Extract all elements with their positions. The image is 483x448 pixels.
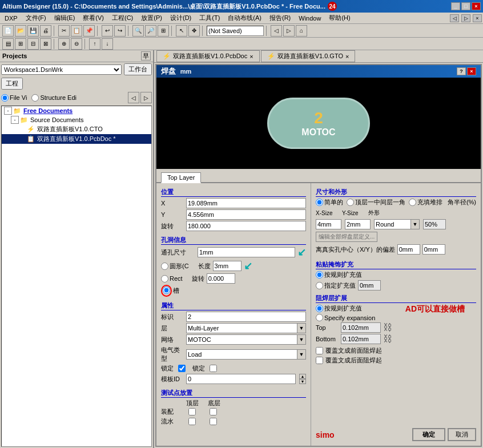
toolbar-close-icon[interactable]: × [473,14,482,22]
back-btn[interactable]: ◁ [271,25,282,37]
radio-rect[interactable]: Rect [161,273,183,284]
designator-input[interactable] [186,312,306,322]
cut-btn[interactable]: ✂ [58,25,70,37]
length-input[interactable] [213,261,242,271]
sidebar-btn2[interactable]: ▷ [140,92,152,103]
menu-design[interactable]: 设计(D) [167,13,195,23]
forward-btn[interactable]: ▷ [283,25,295,37]
board-id-down[interactable]: ▼ [299,379,306,384]
radio-slot[interactable]: 槽 [161,285,306,297]
menu-tools[interactable]: 工具(T) [196,13,223,23]
link-top-icon[interactable]: ⛓ [383,322,392,333]
fabrication-top-checkbox[interactable] [188,418,196,425]
top-layer-tab[interactable]: Top Layer [161,172,201,183]
soldermask-radio-specify[interactable]: Specify expansion [316,314,476,321]
project-button[interactable]: 工程 [1,78,23,90]
drill-size-input[interactable] [198,247,295,257]
shape-input[interactable] [374,219,410,229]
menu-view[interactable]: 察看(V) [79,13,107,23]
x-input[interactable] [186,198,306,208]
tb2-btn1[interactable]: ▤ [2,38,14,50]
toolbar-minimize-icon[interactable]: ◁ [450,14,459,22]
close-button[interactable]: × [472,2,481,10]
radio-top-mid[interactable]: 顶层一中间层一角 [347,198,405,207]
doc-tab-1[interactable]: ⚡ 双路直插新板V1.0.PcbDoc × [156,50,260,62]
tree-free-docs[interactable]: - 📁 Free Documents [2,106,151,115]
link-bottom-icon[interactable]: ⛓ [383,334,392,344]
tree-file1[interactable]: ⚡ 双路直插新板V1.0.CTO [2,124,151,134]
toolbar-maximize-icon[interactable]: ▷ [461,14,470,22]
layer-input[interactable] [186,323,297,333]
minimize-button[interactable]: _ [451,2,460,10]
tb2-btn3[interactable]: ⊟ [27,38,39,50]
y-size-input[interactable] [345,219,371,229]
menu-place[interactable]: 放置(P) [138,13,166,23]
edit-all-pads-button[interactable]: 编辑全部焊盘层定义... [316,232,377,242]
menu-dxp[interactable]: DXP [1,14,21,22]
tb2-btn6[interactable]: ⊖ [71,38,82,50]
fabrication-bottom-checkbox[interactable] [210,418,217,425]
tb2-btn2[interactable]: ⊞ [15,38,26,50]
copy-btn[interactable]: 📋 [71,25,82,37]
board-id-input[interactable] [186,374,296,384]
paste-radio-specify[interactable]: 指定扩充值 [316,281,356,290]
maximize-button[interactable]: □ [461,2,470,10]
workbench-button[interactable]: 工作台 [124,63,152,75]
tb2-btn5[interactable]: ⊕ [58,38,70,50]
paste-value-input[interactable] [358,280,381,290]
angle-input[interactable] [423,219,446,229]
paste-btn[interactable]: 📌 [83,25,95,37]
radio-fill-stack[interactable]: 充填堆排 [409,198,442,207]
assembly-bottom-checkbox[interactable] [210,408,217,415]
y-input[interactable] [186,209,306,220]
menu-autoroute[interactable]: 自动布线(A) [224,13,265,23]
radio-circle[interactable]: 圆形(C [161,260,189,272]
file-view-tab[interactable]: File Vi [1,94,27,102]
net-dropdown-btn[interactable]: ▼ [297,334,306,345]
tab1-close[interactable]: × [249,53,253,60]
radio-simple[interactable]: 简单的 [316,198,343,207]
move-btn[interactable]: ✥ [188,25,200,37]
home-btn[interactable]: ⌂ [296,25,307,37]
tree-source-docs[interactable]: - 📁 Source Documents [2,115,151,124]
zoom-fit-btn[interactable]: ⊞ [158,25,169,37]
net-input[interactable] [186,334,297,345]
tree-file2[interactable]: 📋 双路直插新板V1.0.PcbDoc * [2,134,151,144]
locked-checkbox[interactable] [178,365,186,372]
drill-rotation-input[interactable] [207,273,235,284]
pin-btn[interactable]: 早 [141,51,151,60]
assembly-top-checkbox[interactable] [188,408,196,415]
sidebar-btn1[interactable]: ◁ [128,92,139,103]
save-btn[interactable]: 💾 [27,25,39,37]
open-btn[interactable]: 📂 [15,25,26,37]
zoom-out-btn[interactable]: 🔎 [145,25,156,37]
tb2-btn4[interactable]: ⊠ [40,38,51,50]
structure-edit-tab[interactable]: Structure Edi [31,94,77,102]
menu-file[interactable]: 文件(F) [22,13,50,23]
cancel-button[interactable]: 取消 [448,428,476,441]
electric-input[interactable] [186,349,297,360]
zoom-in-btn[interactable]: 🔍 [132,25,144,37]
top-value-input[interactable] [341,322,381,333]
solder-check1[interactable] [316,347,323,354]
expand-source-icon[interactable]: - [11,116,19,124]
menu-project[interactable]: 工程(C) [108,13,136,23]
menu-report[interactable]: 报告(R) [266,13,294,23]
shape-dropdown-btn[interactable]: ▼ [410,219,420,229]
center-x-input[interactable] [397,244,420,255]
undo-btn[interactable]: ↩ [102,25,113,37]
board-id-up[interactable]: ▲ [299,374,306,379]
dialog-help-button[interactable]: ? [457,67,466,75]
tb2-btn7[interactable]: ↑ [89,38,100,50]
locked2-checkbox[interactable] [210,365,217,372]
dialog-close-button[interactable]: × [467,67,476,75]
workspace-select[interactable]: Workspace1.DsnWrk [1,64,122,75]
select-btn[interactable]: ↖ [176,25,187,37]
bottom-value-input[interactable] [341,334,381,344]
print-btn[interactable]: 🖨 [40,25,51,37]
ok-button[interactable]: 确定 [412,428,445,441]
redo-btn[interactable]: ↪ [114,25,126,37]
paste-radio-rule[interactable]: 按规则扩充值 [316,271,476,279]
doc-tab-2[interactable]: ⚡ 双路直插新板V1.0.GTO × [261,50,356,62]
tab2-close[interactable]: × [345,53,349,60]
